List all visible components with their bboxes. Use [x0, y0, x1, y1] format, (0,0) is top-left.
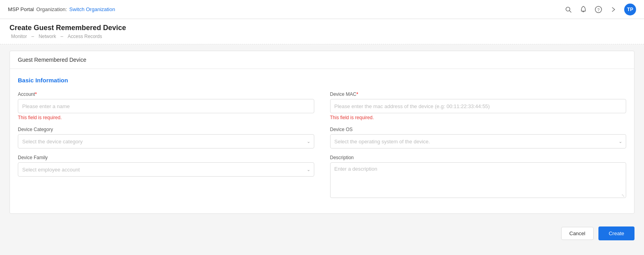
create-button[interactable]: Create [598, 226, 634, 240]
breadcrumb-monitor: Monitor [11, 34, 27, 39]
description-label: Description [330, 155, 627, 160]
device-mac-error: This field is required. [330, 115, 627, 120]
device-mac-required: * [356, 91, 358, 97]
account-error: This field is required. [18, 115, 314, 120]
cancel-button[interactable]: Cancel [561, 227, 594, 240]
right-column: Device MAC* This field is required. Devi… [330, 91, 627, 206]
account-group: Account* This field is required. [18, 91, 314, 120]
device-family-select-wrapper: Select employee account ⌄ [18, 162, 314, 177]
device-family-label: Device Family [18, 155, 314, 160]
breadcrumb-access: Access Records [68, 34, 102, 39]
left-column: Account* This field is required. Device … [18, 91, 314, 206]
device-mac-input[interactable] [330, 99, 627, 113]
card-header: Guest Remembered Device [10, 51, 634, 69]
top-nav: MSP Portal Organization: Switch Organiza… [0, 0, 644, 19]
breadcrumb: Monitor – Network – Access Records [10, 34, 634, 39]
main-content: Guest Remembered Device Basic Informatio… [0, 44, 644, 220]
search-icon[interactable] [564, 5, 573, 14]
nav-right: ? TP [564, 4, 636, 15]
avatar[interactable]: TP [624, 4, 636, 15]
device-mac-group: Device MAC* This field is required. [330, 91, 627, 120]
breadcrumb-sep1: – [31, 34, 34, 39]
bell-icon[interactable] [579, 5, 588, 14]
description-group: Description ⤡ [330, 155, 627, 199]
account-input[interactable] [18, 99, 314, 113]
device-category-select[interactable]: Select the device category [18, 134, 314, 148]
org-label: Organization: [36, 6, 67, 12]
help-icon[interactable]: ? [594, 5, 603, 14]
footer-bar: Cancel Create [0, 220, 644, 247]
breadcrumb-sep2: – [61, 34, 63, 39]
svg-text:?: ? [597, 8, 600, 12]
device-family-group: Device Family Select employee account ⌄ [18, 155, 314, 177]
app-label: MSP Portal [8, 6, 34, 12]
device-family-select[interactable]: Select employee account [18, 162, 314, 177]
form-grid: Account* This field is required. Device … [18, 91, 626, 206]
section-title: Basic Information [18, 77, 626, 84]
device-os-select[interactable]: Select the operating system of the devic… [330, 134, 627, 148]
device-category-select-wrapper: Select the device category ⌄ [18, 134, 314, 148]
card-body: Basic Information Account* This field is… [10, 69, 634, 213]
page-header: Create Guest Remembered Device Monitor –… [0, 19, 644, 44]
account-required: * [35, 91, 37, 97]
device-os-select-wrapper: Select the operating system of the devic… [330, 134, 627, 148]
device-category-group: Device Category Select the device catego… [18, 127, 314, 148]
account-label: Account* [18, 91, 314, 97]
device-os-group: Device OS Select the operating system of… [330, 127, 627, 148]
svg-line-1 [569, 11, 571, 12]
form-card: Guest Remembered Device Basic Informatio… [10, 51, 634, 214]
device-category-label: Device Category [18, 127, 314, 132]
forward-icon[interactable] [609, 5, 618, 14]
breadcrumb-network: Network [38, 34, 56, 39]
nav-left: MSP Portal Organization: Switch Organiza… [8, 6, 564, 12]
device-os-label: Device OS [330, 127, 627, 132]
switch-org-link[interactable]: Switch Organization [69, 6, 115, 12]
description-textarea[interactable] [330, 162, 627, 198]
description-textarea-wrapper: ⤡ [330, 162, 627, 199]
device-mac-label: Device MAC* [330, 91, 627, 97]
page-title: Create Guest Remembered Device [10, 24, 634, 32]
